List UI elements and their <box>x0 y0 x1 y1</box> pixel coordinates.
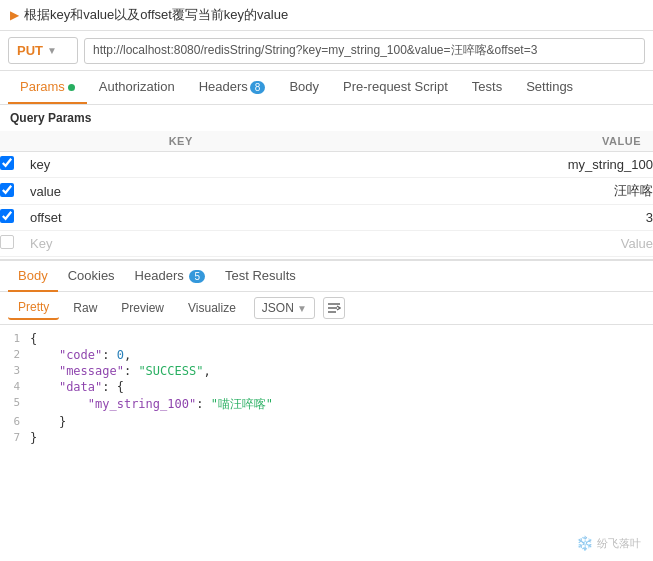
code-area: 1 { 2 "code": 0, 3 "message": "SUCCESS",… <box>0 325 653 452</box>
main-container: ▶ 根据key和value以及offset覆写当前key的value PUT ▼… <box>0 0 653 561</box>
row3-checkbox[interactable] <box>0 209 14 223</box>
method-dropdown[interactable]: PUT ▼ <box>8 37 78 64</box>
watermark-icon: ❄️ <box>576 535 593 551</box>
code-line: 6 } <box>0 414 653 430</box>
param-key-empty[interactable]: Key <box>30 231 304 257</box>
top-bar-text: 根据key和value以及offset覆写当前key的value <box>24 6 288 24</box>
row1-checkbox[interactable] <box>0 156 14 170</box>
params-table: KEY VALUE key my_string_100 value 汪啐喀 <box>0 131 653 257</box>
format-preview-btn[interactable]: Preview <box>111 297 174 319</box>
tab-tests[interactable]: Tests <box>460 71 514 104</box>
url-bar: PUT ▼ <box>0 31 653 71</box>
response-tab-cookies[interactable]: Cookies <box>58 261 125 292</box>
format-visualize-btn[interactable]: Visualize <box>178 297 246 319</box>
response-tab-headers[interactable]: Headers 5 <box>125 261 215 292</box>
param-key-2: value <box>30 178 304 205</box>
response-tabs: Body Cookies Headers 5 Test Results <box>0 259 653 292</box>
param-key-1: key <box>30 152 304 178</box>
tab-authorization[interactable]: Authorization <box>87 71 187 104</box>
request-tabs: Params Authorization Headers8 Body Pre-r… <box>0 71 653 105</box>
empty-checkbox-cell <box>0 231 30 257</box>
col-key-header: KEY <box>30 131 304 152</box>
code-line: 4 "data": { <box>0 379 653 395</box>
response-headers-badge: 5 <box>189 270 205 283</box>
param-value-2: 汪啐喀 <box>304 178 653 205</box>
tab-pre-request[interactable]: Pre-request Script <box>331 71 460 104</box>
tab-headers[interactable]: Headers8 <box>187 71 278 104</box>
col-checkbox-header <box>0 131 30 152</box>
watermark-text: 纷飞落叶 <box>597 536 641 551</box>
table-row: value 汪啐喀 <box>0 178 653 205</box>
checkbox-cell[interactable] <box>0 152 30 178</box>
tab-settings[interactable]: Settings <box>514 71 585 104</box>
json-format-dropdown[interactable]: JSON ▼ <box>254 297 315 319</box>
query-params-label: Query Params <box>0 105 653 131</box>
checkbox-cell[interactable] <box>0 178 30 205</box>
code-line: 7 } <box>0 430 653 446</box>
tab-params[interactable]: Params <box>8 71 87 104</box>
format-pretty-btn[interactable]: Pretty <box>8 296 59 320</box>
format-raw-btn[interactable]: Raw <box>63 297 107 319</box>
method-arrow-icon: ▼ <box>47 45 57 56</box>
method-label: PUT <box>17 43 43 58</box>
code-line: 3 "message": "SUCCESS", <box>0 363 653 379</box>
top-bar: ▶ 根据key和value以及offset覆写当前key的value <box>0 0 653 31</box>
col-value-header: VALUE <box>304 131 653 152</box>
arrow-icon: ▶ <box>10 8 19 22</box>
code-line: 5 "my_string_100": "喵汪啐喀" <box>0 395 653 414</box>
code-line: 1 { <box>0 331 653 347</box>
url-input[interactable] <box>84 38 645 64</box>
checkbox-cell[interactable] <box>0 205 30 231</box>
param-value-1: my_string_100 <box>304 152 653 178</box>
param-key-3: offset <box>30 205 304 231</box>
dropdown-arrow-icon: ▼ <box>297 303 307 314</box>
table-row: key my_string_100 <box>0 152 653 178</box>
row2-checkbox[interactable] <box>0 183 14 197</box>
empty-checkbox <box>0 235 14 249</box>
headers-badge: 8 <box>250 81 266 94</box>
param-value-empty[interactable]: Value <box>304 231 653 257</box>
table-row-empty: Key Value <box>0 231 653 257</box>
response-tab-body[interactable]: Body <box>8 261 58 292</box>
watermark: ❄️ 纷飞落叶 <box>576 535 641 551</box>
tab-body[interactable]: Body <box>277 71 331 104</box>
json-label: JSON <box>262 301 294 315</box>
table-row: offset 3 <box>0 205 653 231</box>
wrap-icon[interactable] <box>323 297 345 319</box>
response-tab-test-results[interactable]: Test Results <box>215 261 306 292</box>
params-dot <box>68 84 75 91</box>
format-bar: Pretty Raw Preview Visualize JSON ▼ <box>0 292 653 325</box>
param-value-3: 3 <box>304 205 653 231</box>
code-line: 2 "code": 0, <box>0 347 653 363</box>
